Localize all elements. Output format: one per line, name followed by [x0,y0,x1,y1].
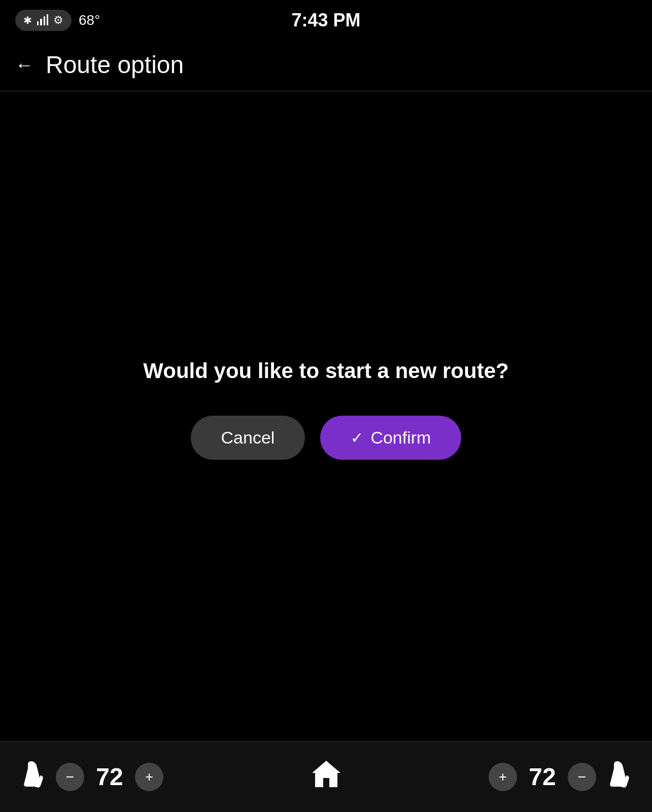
left-plus-button[interactable]: + [135,763,163,791]
confirm-button[interactable]: ✓ Confirm [320,416,461,460]
signal-bar-3 [44,16,45,25]
right-seat-icon [606,760,632,793]
time-display: 7:43 PM [291,10,360,31]
right-plus-button[interactable]: + [489,763,517,791]
right-minus-button[interactable]: − [568,763,596,791]
left-seat-number: 72 [94,763,125,791]
signal-bar-4 [47,14,48,25]
right-seat-number: 72 [527,763,558,791]
status-icons: ✱ ⚙ [15,10,72,31]
page-title: Route option [46,51,184,79]
gear-icon: ⚙ [53,14,63,27]
check-icon: ✓ [351,429,363,447]
cancel-button[interactable]: Cancel [191,416,305,460]
signal-bar-2 [40,19,42,25]
status-bar: ✱ ⚙ 68° 7:43 PM [0,0,652,41]
status-left: ✱ ⚙ 68° [15,10,100,31]
bluetooth-icon: ✱ [23,14,32,26]
confirm-label: Confirm [370,428,431,448]
left-seat-icon [20,760,46,793]
bottom-bar: − 72 + + 72 − [0,741,652,812]
temperature-display: 68° [79,12,100,28]
home-icon[interactable] [310,759,342,795]
bottom-center [310,759,342,795]
nav-header: ← Route option [0,41,652,91]
signal-icon [37,15,48,25]
back-button[interactable]: ← [15,54,33,76]
dialog-question: Would you like to start a new route? [113,357,539,385]
left-minus-button[interactable]: − [56,763,84,791]
main-content: Would you like to start a new route? Can… [0,91,652,746]
signal-bar-1 [37,21,39,25]
dialog-buttons: Cancel ✓ Confirm [191,416,462,460]
bottom-right-controls: + 72 − [489,760,632,793]
bottom-left-controls: − 72 + [20,760,163,793]
